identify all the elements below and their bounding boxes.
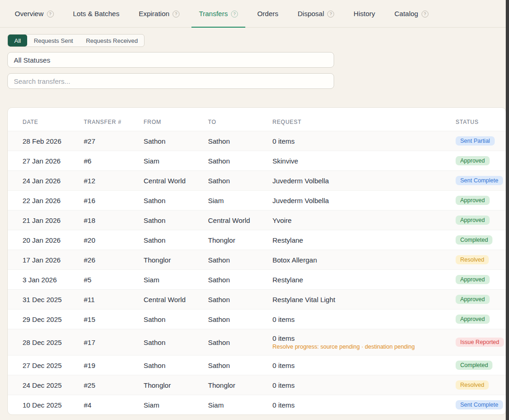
help-icon[interactable]: ? — [231, 11, 238, 18]
tab-catalog[interactable]: Catalog ? — [387, 0, 436, 28]
table-row[interactable]: 27 Jan 2026 #6 Siam Sathon Skinvive Appr… — [8, 151, 506, 171]
help-icon[interactable]: ? — [173, 11, 179, 18]
cell-from: Sathon — [144, 230, 208, 250]
cell-status: Approved — [456, 290, 506, 309]
cell-date: 24 Dec 2025 — [8, 375, 84, 395]
cell-to: Sathon — [208, 270, 272, 290]
help-icon[interactable]: ? — [327, 11, 334, 18]
cell-transfer-number: #18 — [84, 210, 144, 230]
cell-from: Central World — [144, 290, 208, 309]
cell-date: 21 Jan 2026 — [8, 210, 84, 230]
status-badge: Completed — [456, 361, 492, 370]
cell-status: Sent Partial — [456, 131, 506, 151]
segment-all[interactable]: All — [8, 35, 27, 47]
cell-request: Skinvive — [272, 151, 456, 171]
cell-request: Restylane — [272, 270, 456, 290]
table-row[interactable]: 27 Dec 2025 #19 Sathon Sathon 0 items Co… — [8, 356, 506, 375]
cell-from: Siam — [144, 395, 208, 415]
status-badge: Approved — [456, 275, 490, 284]
tab-label: Orders — [257, 10, 278, 18]
cell-transfer-number: #6 — [84, 151, 144, 171]
table-row[interactable]: 31 Dec 2025 #11 Central World Sathon Res… — [8, 290, 506, 309]
status-badge: Sent Complete — [456, 176, 503, 185]
cell-request: Botox Allergan — [272, 250, 456, 270]
table-row[interactable]: 21 Jan 2026 #18 Sathon Central World Yvo… — [8, 210, 506, 230]
transfers-table-card: Date Transfer # From To Request Status 2… — [7, 107, 506, 415]
tab-label: History — [353, 10, 375, 18]
status-badge: Resolved — [456, 255, 489, 264]
request-text: 0 items — [272, 315, 452, 323]
request-text: Yvoire — [272, 216, 452, 224]
tab-disposal[interactable]: Disposal ? — [290, 0, 342, 28]
table-row[interactable]: 10 Dec 2025 #4 Siam Siam 0 items Sent Co… — [8, 395, 506, 415]
request-text: 0 items — [272, 381, 452, 389]
table-row[interactable]: 22 Jan 2026 #16 Sathon Siam Juvederm Vol… — [8, 191, 506, 210]
tab-label: Catalog — [394, 10, 418, 18]
cell-status: Resolved — [456, 375, 506, 395]
cell-transfer-number: #4 — [84, 395, 144, 415]
column-header-status: Status — [456, 108, 506, 131]
column-header-to: To — [208, 108, 272, 131]
cell-date: 3 Jan 2026 — [8, 270, 84, 290]
search-transfers-input[interactable] — [7, 73, 334, 89]
cell-to: Central World — [208, 210, 272, 230]
help-icon[interactable]: ? — [47, 11, 54, 18]
cell-to: Siam — [208, 191, 272, 210]
status-badge: Approved — [456, 216, 490, 225]
segment-requests-received[interactable]: Requests Received — [80, 35, 145, 47]
table-row[interactable]: 17 Jan 2026 #26 Thonglor Sathon Botox Al… — [8, 250, 506, 270]
help-icon[interactable]: ? — [422, 11, 428, 18]
cell-status: Approved — [456, 270, 506, 290]
table-row[interactable]: 24 Dec 2025 #25 Thonglor Thonglor 0 item… — [8, 375, 506, 395]
tab-label: Lots & Batches — [73, 10, 120, 18]
cell-transfer-number: #17 — [84, 329, 144, 356]
tab-label: Expiration — [139, 10, 169, 18]
tab-expiration[interactable]: Expiration ? — [131, 0, 187, 28]
request-note: Resolve progress: source pending · desti… — [272, 342, 452, 350]
cell-status: Approved — [456, 151, 506, 171]
cell-request: Restylane Vital Light — [272, 290, 456, 309]
cell-transfer-number: #20 — [84, 230, 144, 250]
status-badge: Resolved — [456, 380, 489, 390]
table-row[interactable]: 20 Jan 2026 #20 Sathon Thonglor Restylan… — [8, 230, 506, 250]
tab-orders[interactable]: Orders — [250, 0, 286, 28]
cell-status: Approved — [456, 191, 506, 210]
cell-request: 0 items — [272, 131, 456, 151]
segment-requests-sent[interactable]: Requests Sent — [27, 35, 79, 47]
table-row[interactable]: 28 Dec 2025 #17 Sathon Sathon 0 items Re… — [8, 329, 506, 356]
table-row[interactable]: 29 Dec 2025 #15 Sathon Sathon 0 items Ap… — [8, 309, 506, 329]
module-tabs: Overview ? Lots & Batches Expiration ? T… — [0, 0, 509, 28]
scrollbar[interactable] — [506, 0, 509, 420]
status-badge: Approved — [456, 315, 490, 324]
table-row[interactable]: 24 Jan 2026 #12 Central World Sathon Juv… — [8, 171, 506, 191]
cell-from: Thonglor — [144, 250, 208, 270]
cell-to: Sathon — [208, 131, 272, 151]
cell-from: Sathon — [144, 131, 208, 151]
cell-transfer-number: #27 — [84, 131, 144, 151]
cell-transfer-number: #15 — [84, 309, 144, 329]
status-badge: Approved — [456, 295, 490, 304]
request-direction-segmented-control: All Requests Sent Requests Received — [7, 34, 145, 47]
cell-transfer-number: #25 — [84, 375, 144, 395]
cell-from: Sathon — [144, 356, 208, 375]
tab-history[interactable]: History — [346, 0, 382, 28]
status-filter-select[interactable]: All Statuses — [7, 52, 334, 68]
cell-to: Sathon — [208, 329, 272, 356]
cell-date: 28 Dec 2025 — [8, 329, 84, 356]
cell-request: 0 items — [272, 356, 456, 375]
tab-transfers[interactable]: Transfers ? — [191, 0, 245, 28]
cell-status: Approved — [456, 210, 506, 230]
cell-status: Completed — [456, 230, 506, 250]
table-row[interactable]: 28 Feb 2026 #27 Sathon Sathon 0 items Se… — [8, 131, 506, 151]
cell-request: 0 items — [272, 375, 456, 395]
cell-request: Restylane — [272, 230, 456, 250]
request-text: Botox Allergan — [272, 256, 452, 264]
tab-lots-batches[interactable]: Lots & Batches — [66, 0, 127, 28]
status-badge: Issue Reported — [456, 338, 504, 347]
request-text: 0 items — [272, 401, 452, 409]
cell-from: Siam — [144, 270, 208, 290]
table-row[interactable]: 3 Jan 2026 #5 Siam Sathon Restylane Appr… — [8, 270, 506, 290]
cell-date: 27 Jan 2026 — [8, 151, 84, 171]
tab-label: Overview — [15, 10, 44, 18]
tab-overview[interactable]: Overview ? — [7, 0, 61, 28]
